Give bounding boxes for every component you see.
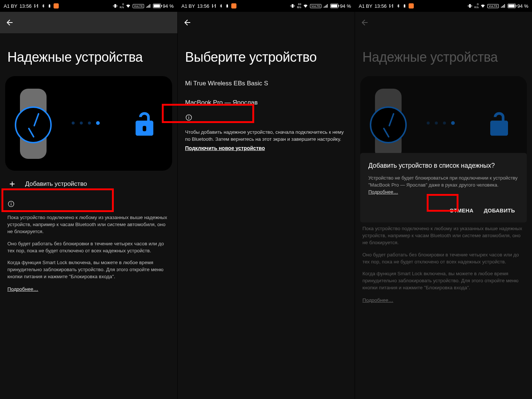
info-p2: Оно будет работать без блокировки в тече… [7, 241, 168, 255]
battery-small-icon [225, 3, 229, 8]
bluetooth-icon [219, 3, 223, 8]
info-p3: Когда функция Smart Lock включена, вы мо… [7, 259, 168, 280]
app-badge-icon [54, 3, 59, 8]
screen-confirm-dialog: A1 BY 13:56 0K/s VoLTE 94 % Над [355, 0, 532, 399]
app-badge-icon [409, 3, 414, 8]
battery-small-icon [403, 3, 406, 8]
clock: 13:56 [197, 3, 209, 9]
nfc-icon [211, 3, 216, 8]
bluetooth-note: Чтобы добавить надежное устройство, снач… [178, 123, 355, 145]
nfc-icon [34, 3, 39, 8]
watch-icon [375, 89, 402, 159]
dialog-body: Устройство не будет блокироваться при по… [368, 175, 519, 196]
connection-dots-icon [72, 121, 100, 125]
connection-dots-icon [427, 121, 455, 125]
dialog-actions: ОТМЕНА ДОБАВИТЬ [368, 204, 519, 217]
battery-pct: 94 % [163, 3, 174, 9]
clock: 13:56 [375, 3, 387, 9]
clock: 13:56 [20, 3, 32, 9]
info-p1: Пока устройство подключено к любому из у… [362, 225, 523, 246]
battery-icon [153, 4, 161, 8]
bluetooth-icon [41, 3, 45, 8]
status-bar: A1 BY 13:56 69B/s VoLTE 94 % [178, 0, 355, 12]
svg-rect-6 [188, 116, 189, 116]
info-text: Пока устройство подключено к любому из у… [0, 209, 177, 293]
volte-badge: VoLTE [487, 4, 499, 8]
volte-badge: VoLTE [133, 4, 144, 8]
plus-icon [8, 180, 16, 188]
device-item-earbuds[interactable]: Mi True Wireless EBs Basic S [178, 74, 355, 93]
network-speed: 0K/s [120, 3, 124, 9]
vibrate-icon [112, 3, 118, 8]
battery-pct: 94 % [517, 3, 528, 9]
carrier-label: A1 BY [4, 3, 17, 9]
screen-choose-device: A1 BY 13:56 69B/s VoLTE 94 % Вы [177, 0, 355, 399]
app-badge-icon [231, 3, 236, 8]
network-speed: 69B/s [297, 3, 301, 9]
signal-icon [146, 3, 151, 8]
status-bar: A1 BY 13:56 0K/s VoLTE 94 % [0, 0, 177, 12]
back-icon[interactable] [360, 18, 369, 27]
confirm-button[interactable]: ДОБАВИТЬ [480, 204, 519, 217]
info-p1: Пока устройство подключено к любому из у… [7, 214, 168, 235]
cancel-button[interactable]: ОТМЕНА [446, 204, 477, 217]
unlock-icon [134, 111, 155, 139]
learn-more-link[interactable]: Подробнее… [362, 297, 393, 303]
watch-icon [20, 89, 47, 159]
app-bar [355, 12, 532, 33]
svg-rect-7 [497, 126, 501, 131]
battery-small-icon [48, 3, 51, 8]
info-text: Пока устройство подключено к любому из у… [355, 220, 532, 304]
bluetooth-icon [396, 3, 400, 8]
back-icon[interactable] [5, 18, 14, 27]
carrier-label: A1 BY [181, 3, 195, 9]
carrier-label: A1 BY [359, 3, 372, 9]
vibrate-icon [467, 3, 473, 8]
add-device-label: Добавить устройство [25, 180, 87, 188]
learn-more-link[interactable]: Подробнее… [7, 286, 38, 292]
unlock-icon [488, 111, 510, 139]
vibrate-icon [290, 3, 296, 8]
dialog-body-text: Устройство не будет блокироваться при по… [368, 175, 518, 188]
info-p3: Когда функция Smart Lock включена, вы мо… [362, 270, 523, 291]
volte-badge: VoLTE [310, 4, 321, 8]
page-title: Надежные устройства [355, 33, 532, 74]
connect-new-device-link[interactable]: Подключить новое устройство [178, 145, 355, 151]
svg-rect-0 [143, 126, 146, 131]
trusted-devices-illustration [5, 76, 172, 171]
confirm-dialog: Добавить устройство в список надежных? У… [360, 153, 527, 222]
battery-pct: 94 % [340, 3, 351, 9]
app-bar [0, 12, 177, 33]
info-icon [185, 114, 347, 123]
svg-rect-3 [11, 202, 11, 203]
battery-icon [508, 4, 516, 8]
battery-icon [330, 4, 338, 8]
app-bar [178, 12, 355, 33]
svg-rect-2 [11, 203, 11, 205]
page-title: Выберите устройство [178, 33, 355, 74]
wifi-icon [125, 3, 131, 8]
dialog-learn-more-link[interactable]: Подробнее… [368, 189, 398, 195]
info-p2: Оно будет работать без блокировки в тече… [362, 252, 523, 266]
screen-trusted-devices: A1 BY 13:56 0K/s VoLTE 94 % Над [0, 0, 177, 399]
network-speed: 0K/s [474, 3, 479, 9]
dialog-title: Добавить устройство в список надежных? [368, 162, 519, 170]
wifi-icon [480, 3, 486, 8]
device-item-macbook[interactable]: MacBook Pro — Ярослав [178, 93, 355, 112]
wifi-icon [303, 3, 308, 8]
page-title: Надежные устройства [0, 33, 177, 74]
svg-rect-5 [188, 117, 189, 119]
info-icon [7, 200, 177, 209]
status-bar: A1 BY 13:56 0K/s VoLTE 94 % [355, 0, 532, 12]
back-icon[interactable] [183, 18, 192, 27]
signal-icon [323, 3, 329, 8]
signal-icon [500, 3, 506, 8]
add-device-button[interactable]: Добавить устройство [4, 173, 174, 195]
nfc-icon [389, 3, 394, 8]
